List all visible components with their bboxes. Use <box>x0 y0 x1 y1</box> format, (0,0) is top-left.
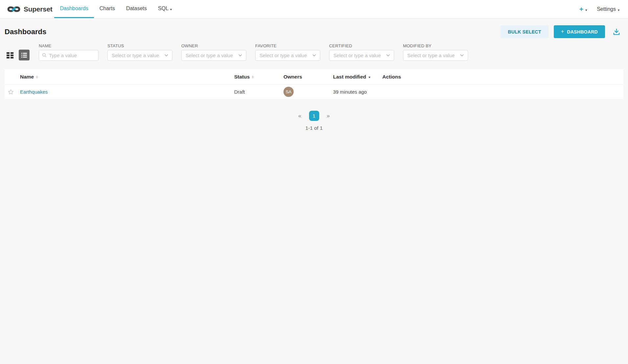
search-icon <box>42 53 47 58</box>
certified-filter-select[interactable]: Select or type a value <box>329 50 394 61</box>
filter-label: CERTIFIED <box>329 43 394 48</box>
chevron-down-icon <box>386 54 390 57</box>
pagination-summary: 1-1 of 1 <box>0 125 628 131</box>
top-navbar: Superset Dashboards Charts Datasets SQL … <box>0 0 628 19</box>
column-header-status[interactable]: Status ▲▼ <box>234 74 283 80</box>
sort-desc-icon: ▼ <box>368 76 371 79</box>
navbar-right: + Settings <box>579 0 619 18</box>
filter-label: FAVORITE <box>255 43 320 48</box>
filter-label: NAME <box>39 43 99 48</box>
header-actions: BULK SELECT + DASHBOARD <box>501 25 623 38</box>
view-toggle <box>5 50 30 60</box>
list-icon <box>21 52 28 58</box>
new-item-button[interactable]: + <box>579 6 587 12</box>
import-dashboards-button[interactable] <box>610 28 623 36</box>
chevron-down-icon <box>238 54 242 57</box>
caret-down-icon <box>585 6 587 12</box>
page-header: Dashboards BULK SELECT + DASHBOARD <box>0 19 628 43</box>
column-header-owners: Owners <box>283 74 333 80</box>
prev-page-button[interactable]: « <box>296 111 303 121</box>
filter-bar: NAME STATUS Select or type a value OWNER… <box>0 43 628 61</box>
filter-favorite: FAVORITE Select or type a value <box>255 43 320 61</box>
grid-icon <box>6 51 14 59</box>
filter-label: OWNER <box>181 43 246 48</box>
last-modified-value: 39 minutes ago <box>333 89 367 95</box>
modified-by-filter-select[interactable]: Select or type a value <box>403 50 468 61</box>
chevron-down-icon <box>460 54 464 57</box>
plus-icon: + <box>561 29 564 34</box>
download-icon <box>612 28 621 36</box>
table-header-row: Name ▲▼ Status ▲▼ Owners Last modified ▼… <box>5 69 623 84</box>
nav-tab-dashboards[interactable]: Dashboards <box>54 0 94 18</box>
filter-status: STATUS Select or type a value <box>107 43 172 61</box>
brand-name: Superset <box>24 5 52 13</box>
star-outline-icon <box>8 89 14 95</box>
page-title: Dashboards <box>5 28 46 36</box>
pagination: « 1 » <box>0 111 628 121</box>
filter-certified: CERTIFIED Select or type a value <box>329 43 394 61</box>
settings-menu[interactable]: Settings <box>597 6 619 12</box>
nav-tab-datasets[interactable]: Datasets <box>121 0 152 18</box>
filter-label: STATUS <box>107 43 172 48</box>
caret-down-icon <box>170 6 172 11</box>
column-header-actions: Actions <box>382 74 623 80</box>
column-header-name[interactable]: Name ▲▼ <box>20 74 234 80</box>
superset-logo[interactable]: Superset <box>7 0 52 18</box>
filter-owner: OWNER Select or type a value <box>181 43 246 61</box>
status-value: Draft <box>234 89 245 95</box>
status-filter-select[interactable]: Select or type a value <box>107 50 172 61</box>
owner-filter-select[interactable]: Select or type a value <box>181 50 246 61</box>
superset-infinity-icon <box>7 4 21 14</box>
page-1-button[interactable]: 1 <box>309 111 319 121</box>
dashboards-table: Name ▲▼ Status ▲▼ Owners Last modified ▼… <box>5 69 623 100</box>
favorite-filter-select[interactable]: Select or type a value <box>255 50 320 61</box>
name-filter-input[interactable] <box>39 50 99 61</box>
chevron-down-icon <box>312 54 316 57</box>
nav-tab-charts[interactable]: Charts <box>94 0 121 18</box>
card-view-button[interactable] <box>5 50 15 60</box>
plus-icon: + <box>579 6 583 12</box>
sort-icon: ▲▼ <box>36 75 38 79</box>
caret-down-icon <box>618 6 619 12</box>
next-page-button[interactable]: » <box>325 111 332 121</box>
nav-tab-sql[interactable]: SQL <box>152 0 177 18</box>
filter-name: NAME <box>39 43 99 61</box>
chevron-down-icon <box>165 54 168 57</box>
main-nav: Dashboards Charts Datasets SQL <box>54 0 177 18</box>
column-header-last-modified[interactable]: Last modified ▼ <box>333 74 382 80</box>
dashboard-link[interactable]: Earthquakes <box>20 89 48 95</box>
table-row: Earthquakes Draft SA 39 minutes ago <box>5 84 623 100</box>
new-dashboard-button[interactable]: + DASHBOARD <box>554 25 605 38</box>
bulk-select-button[interactable]: BULK SELECT <box>501 25 548 38</box>
favorite-star-button[interactable] <box>8 89 14 95</box>
owner-avatar: SA <box>283 87 294 97</box>
filter-modified-by: MODIFIED BY Select or type a value <box>403 43 468 61</box>
filter-label: MODIFIED BY <box>403 43 468 48</box>
list-view-button[interactable] <box>19 50 30 60</box>
sort-icon: ▲▼ <box>252 75 254 79</box>
